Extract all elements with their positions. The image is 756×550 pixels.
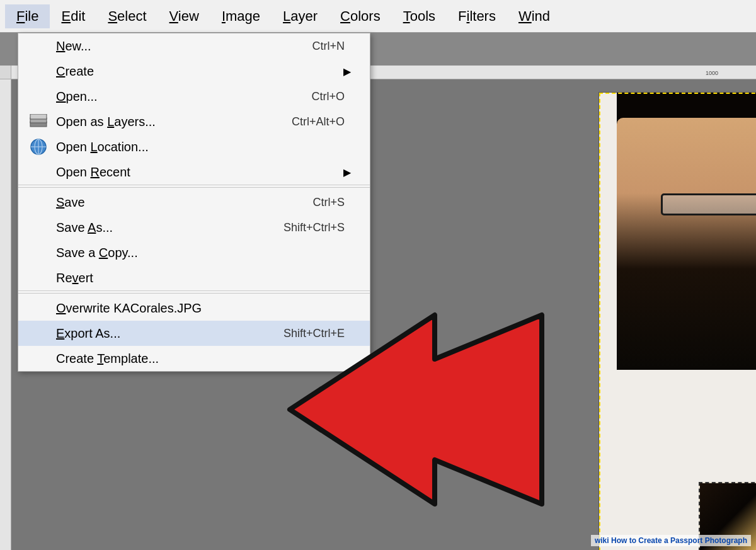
menu-item-export-as[interactable]: Export As... Shift+Ctrl+E (18, 321, 370, 346)
menu-revert-label: Revert (56, 271, 93, 285)
menu-open-shortcut: Ctrl+O (311, 90, 357, 103)
menu-edit[interactable]: Edit (50, 4, 96, 28)
menu-save-as-label: Save As... (56, 221, 113, 235)
ruler-label: 1000 (706, 70, 718, 76)
menu-item-open[interactable]: Open... Ctrl+O (18, 84, 370, 109)
create-arrow-icon: ▶ (343, 66, 357, 77)
menu-image[interactable]: Image (210, 4, 272, 28)
menu-create-template-label: Create Template... (56, 352, 159, 366)
ruler-vertical (0, 79, 11, 550)
menu-export-as-shortcut: Shift+Ctrl+E (284, 327, 357, 340)
menu-new-label: New... (56, 39, 91, 54)
menu-save-copy-label: Save a Copy... (56, 246, 138, 260)
watermark-wiki: wiki (595, 536, 609, 545)
file-dropdown-menu: New... Ctrl+N Create ▶ Open... Ctrl+O (18, 33, 370, 372)
menu-save-as-shortcut: Shift+Ctrl+S (284, 221, 357, 234)
menubar: File Edit Select View Image Layer Colors… (0, 0, 756, 33)
menu-create-label: Create (56, 64, 94, 79)
watermark-title: How to Create a Passport Photograph (611, 536, 747, 545)
menu-wind[interactable]: Wind (507, 4, 561, 28)
person-glasses (661, 193, 756, 215)
menu-item-open-recent[interactable]: Open Recent ▶ (18, 159, 370, 185)
ruler-corner (0, 66, 11, 79)
menu-view[interactable]: View (158, 4, 210, 28)
menu-section-export: Overwrite KACorales.JPG Export As... Shi… (18, 295, 370, 371)
gimp-canvas[interactable] (598, 92, 756, 550)
menu-item-new[interactable]: New... Ctrl+N (18, 33, 370, 59)
menu-export-as-label: Export As... (56, 326, 120, 341)
globe-icon (27, 138, 50, 156)
menu-layer[interactable]: Layer (272, 4, 329, 28)
menu-item-open-location[interactable]: Open Location... (18, 134, 370, 159)
menu-new-shortcut: Ctrl+N (312, 40, 357, 53)
person-face (617, 118, 756, 370)
menu-item-save-as[interactable]: Save As... Shift+Ctrl+S (18, 215, 370, 240)
open-recent-arrow-icon: ▶ (343, 166, 357, 178)
svg-rect-2 (30, 114, 47, 119)
menu-open-as-layers-label: Open as Layers... (56, 115, 156, 129)
menu-item-save[interactable]: Save Ctrl+S (18, 190, 370, 215)
menu-colors[interactable]: Colors (329, 4, 392, 28)
menu-save-shortcut: Ctrl+S (312, 196, 357, 209)
menu-open-as-layers-shortcut: Ctrl+Alt+O (292, 115, 357, 129)
menu-item-save-copy[interactable]: Save a Copy... (18, 240, 370, 265)
menu-item-overwrite[interactable]: Overwrite KACorales.JPG (18, 295, 370, 321)
menu-item-create-template[interactable]: Create Template... (18, 346, 370, 371)
menu-open-location-label: Open Location... (56, 140, 149, 154)
menu-tools[interactable]: Tools (392, 4, 447, 28)
separator-1 (18, 187, 370, 188)
menu-item-revert[interactable]: Revert (18, 265, 370, 290)
menu-item-create[interactable]: Create ▶ (18, 59, 370, 84)
menu-section-save: Save Ctrl+S Save As... Shift+Ctrl+S Save… (18, 190, 370, 291)
menu-open-label: Open... (56, 89, 98, 104)
menu-filters[interactable]: Filters (447, 4, 507, 28)
watermark: wiki How to Create a Passport Photograph (591, 535, 751, 546)
layers-icon (27, 113, 50, 130)
app-background: File Edit Select View Image Layer Colors… (0, 0, 756, 550)
menu-open-recent-label: Open Recent (56, 165, 130, 180)
menu-section-open: New... Ctrl+N Create ▶ Open... Ctrl+O (18, 33, 370, 185)
menu-item-open-as-layers[interactable]: Open as Layers... Ctrl+Alt+O (18, 109, 370, 134)
menu-overwrite-label: Overwrite KACorales.JPG (56, 301, 202, 316)
menu-file[interactable]: File (5, 4, 50, 28)
separator-2 (18, 293, 370, 294)
menu-save-label: Save (56, 195, 85, 210)
menu-select[interactable]: Select (96, 4, 158, 28)
